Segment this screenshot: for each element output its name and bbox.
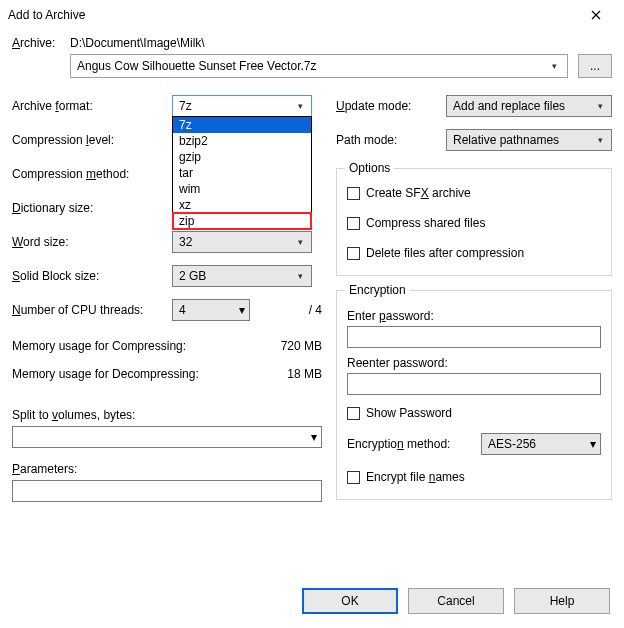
encryption-group: Encryption Enter password: Reenter passw… (336, 290, 612, 500)
help-button[interactable]: Help (514, 588, 610, 614)
cpu-label: Number of CPU threads: (12, 303, 172, 317)
options-group: Options Create SFX archive Compress shar… (336, 168, 612, 276)
cancel-button[interactable]: Cancel (408, 588, 504, 614)
pathmode-label: Path mode: (336, 133, 446, 147)
chevron-down-icon: ▾ (293, 101, 307, 111)
params-input[interactable] (12, 480, 322, 502)
mem-decomp-label: Memory usage for Decompressing: (12, 367, 238, 381)
format-option-wim[interactable]: wim (173, 181, 311, 197)
delete-label: Delete files after compression (366, 246, 524, 260)
show-password-label: Show Password (366, 406, 452, 420)
format-dropdown-list[interactable]: 7z bzip2 gzip tar wim xz zip (172, 116, 312, 230)
checkbox-icon (347, 471, 360, 484)
enter-password-input[interactable] (347, 326, 601, 348)
update-label: Update mode: (336, 99, 446, 113)
split-combo[interactable]: ▾ (12, 426, 322, 448)
archive-filename-combo[interactable]: Angus Cow Silhouette Sunset Free Vector.… (70, 54, 568, 78)
archive-label: Archive: (12, 36, 70, 50)
ok-button[interactable]: OK (302, 588, 398, 614)
reenter-password-label: Reenter password: (347, 356, 601, 370)
close-button[interactable] (576, 1, 616, 29)
show-password-check-row[interactable]: Show Password (347, 403, 601, 423)
sfx-label: Create SFX archive (366, 186, 471, 200)
browse-button[interactable]: ... (578, 54, 612, 78)
method-label: Compression method: (12, 167, 172, 181)
encrypt-names-check-row[interactable]: Encrypt file names (347, 467, 601, 487)
pathmode-combo[interactable]: Relative pathnames ▾ (446, 129, 612, 151)
archive-path: D:\Document\Image\Milk\ (70, 36, 612, 50)
split-label: Split to volumes, bytes: (12, 408, 322, 422)
enc-method-combo[interactable]: AES-256 ▾ (481, 433, 601, 455)
mem-comp-value: 720 MB (238, 339, 322, 353)
window-title: Add to Archive (8, 8, 85, 22)
sfx-check-row[interactable]: Create SFX archive (347, 183, 601, 203)
chevron-down-icon: ▾ (293, 237, 307, 247)
dict-label: Dictionary size: (12, 201, 172, 215)
word-combo[interactable]: 32 ▾ (172, 231, 312, 253)
checkbox-icon (347, 187, 360, 200)
enc-method-label: Encryption method: (347, 437, 481, 451)
chevron-down-icon: ▾ (239, 303, 245, 317)
right-column: Update mode: Add and replace files ▾ Pat… (336, 94, 612, 514)
shared-check-row[interactable]: Compress shared files (347, 213, 601, 233)
format-option-7z[interactable]: 7z (173, 117, 311, 133)
format-option-xz[interactable]: xz (173, 197, 311, 213)
footer-buttons: OK Cancel Help (302, 588, 610, 614)
chevron-down-icon: ▾ (293, 271, 307, 281)
mem-decomp-value: 18 MB (238, 367, 322, 381)
shared-label: Compress shared files (366, 216, 485, 230)
format-option-tar[interactable]: tar (173, 165, 311, 181)
cpu-total: / 4 (276, 303, 322, 317)
enter-password-label: Enter password: (347, 309, 601, 323)
format-label: Archive format: (12, 99, 172, 113)
mem-comp-label: Memory usage for Compressing: (12, 339, 238, 353)
options-title: Options (345, 161, 394, 175)
archive-filename: Angus Cow Silhouette Sunset Free Vector.… (77, 59, 316, 73)
encrypt-names-label: Encrypt file names (366, 470, 465, 484)
block-combo[interactable]: 2 GB ▾ (172, 265, 312, 287)
format-option-zip[interactable]: zip (173, 213, 311, 229)
chevron-down-icon: ▾ (590, 437, 596, 451)
titlebar: Add to Archive (0, 0, 624, 30)
left-column: Archive format: 7z ▾ 7z bzip2 gzip tar w… (12, 94, 322, 514)
chevron-down-icon: ▾ (593, 101, 607, 111)
block-label: Solid Block size: (12, 269, 172, 283)
chevron-down-icon: ▾ (547, 61, 561, 71)
checkbox-icon (347, 247, 360, 260)
cpu-combo[interactable]: 4 ▾ (172, 299, 250, 321)
params-label: Parameters: (12, 462, 322, 476)
delete-check-row[interactable]: Delete files after compression (347, 243, 601, 263)
format-option-bzip2[interactable]: bzip2 (173, 133, 311, 149)
reenter-password-input[interactable] (347, 373, 601, 395)
update-combo[interactable]: Add and replace files ▾ (446, 95, 612, 117)
format-combo[interactable]: 7z ▾ (172, 95, 312, 117)
word-label: Word size: (12, 235, 172, 249)
checkbox-icon (347, 407, 360, 420)
encryption-title: Encryption (345, 283, 410, 297)
format-option-gzip[interactable]: gzip (173, 149, 311, 165)
checkbox-icon (347, 217, 360, 230)
chevron-down-icon: ▾ (311, 430, 317, 444)
chevron-down-icon: ▾ (593, 135, 607, 145)
level-label: Compression level: (12, 133, 172, 147)
